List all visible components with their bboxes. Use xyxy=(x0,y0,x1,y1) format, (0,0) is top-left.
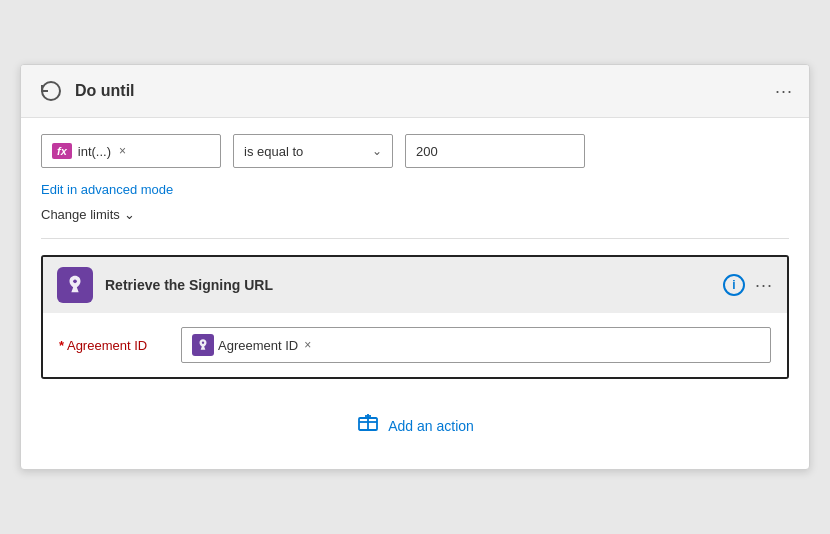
action-title: Retrieve the Signing URL xyxy=(105,277,711,293)
card-title: Do until xyxy=(75,82,135,100)
condition-row: fx int(...) × is equal to ⌄ 200 xyxy=(41,134,789,168)
change-limits-chevron: ⌄ xyxy=(124,207,135,222)
field-label-text: Agreement ID xyxy=(67,338,147,353)
card-body: fx int(...) × is equal to ⌄ 200 Edit in … xyxy=(21,118,809,469)
svg-point-1 xyxy=(202,342,204,344)
field-label: * Agreement ID xyxy=(59,338,169,353)
fx-badge: fx xyxy=(52,143,72,159)
add-action-section[interactable]: Add an action xyxy=(41,403,789,449)
action-card-header: Retrieve the Signing URL i ··· xyxy=(43,257,787,313)
right-value-field[interactable]: 200 xyxy=(405,134,585,168)
operator-select[interactable]: is equal to ⌄ xyxy=(233,134,393,168)
do-until-card: Do until ··· fx int(...) × is equal to ⌄… xyxy=(20,64,810,470)
info-icon[interactable]: i xyxy=(723,274,745,296)
field-tag-icon xyxy=(192,334,214,356)
agreement-id-input[interactable]: Agreement ID × xyxy=(181,327,771,363)
loop-icon xyxy=(37,77,65,105)
right-value-text: 200 xyxy=(416,144,438,159)
header-menu-button[interactable]: ··· xyxy=(775,81,793,102)
action-card: Retrieve the Signing URL i ··· * Agreeme… xyxy=(41,255,789,379)
card-header: Do until ··· xyxy=(21,65,809,118)
change-limits-toggle[interactable]: Change limits ⌄ xyxy=(41,207,789,222)
chevron-down-icon: ⌄ xyxy=(372,144,382,158)
change-limits-label: Change limits xyxy=(41,207,120,222)
left-field-close[interactable]: × xyxy=(119,144,126,158)
card-header-left: Do until xyxy=(37,77,135,105)
add-action-icon xyxy=(356,411,380,441)
field-tag-label: Agreement ID xyxy=(218,338,298,353)
action-card-body: * Agreement ID xyxy=(43,313,787,377)
action-menu-button[interactable]: ··· xyxy=(755,275,773,296)
divider xyxy=(41,238,789,239)
outer-container: Do until ··· fx int(...) × is equal to ⌄… xyxy=(0,0,830,534)
svg-point-0 xyxy=(73,280,77,284)
required-asterisk: * xyxy=(59,338,64,353)
operator-label: is equal to xyxy=(244,144,303,159)
edit-advanced-link[interactable]: Edit in advanced mode xyxy=(41,182,789,197)
left-field-label: int(...) xyxy=(78,144,111,159)
field-row: * Agreement ID xyxy=(59,327,771,363)
add-action-label: Add an action xyxy=(388,418,474,434)
action-header-icons: i ··· xyxy=(723,274,773,296)
field-tag-close[interactable]: × xyxy=(304,338,311,352)
action-icon-box xyxy=(57,267,93,303)
field-tag: Agreement ID × xyxy=(192,334,311,356)
left-condition-field[interactable]: fx int(...) × xyxy=(41,134,221,168)
